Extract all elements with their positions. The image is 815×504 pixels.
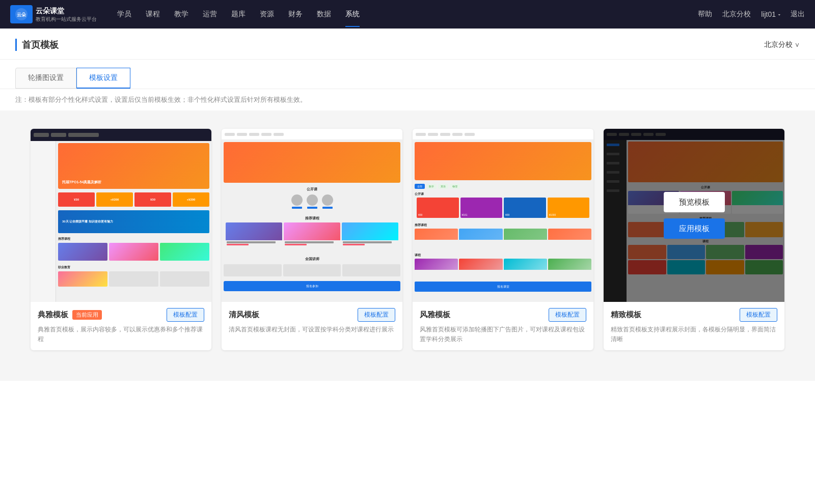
nav-item-resources[interactable]: 资源 (260, 8, 274, 21)
template-name-fengya: 风雅模板 (420, 310, 450, 320)
template-name-group-fengya: 风雅模板 (420, 310, 450, 320)
branch-selector[interactable]: 北京分校 (764, 40, 800, 49)
template-name-group-jingzhi: 精致模板 (611, 310, 641, 320)
template-card-classic: 托福TPO1-54真题及解析 ¥30 +¥200 ¥30 +¥200 30天 让… (31, 129, 211, 350)
user-menu[interactable]: lijt01 (761, 10, 780, 18)
logout-link[interactable]: 退出 (791, 10, 805, 19)
template-desc-fengya: 风雅首页模板可添加轮播图下广告图片，可对课程及课程包设置学科分类展示 (420, 325, 586, 344)
template-name-group-classic: 典雅模板 当前应用 (38, 310, 102, 320)
template-preview-classic[interactable]: 托福TPO1-54真题及解析 ¥30 +¥200 ¥30 +¥200 30天 让… (31, 129, 211, 302)
template-name-jingzhi: 精致模板 (611, 310, 641, 320)
template-footer-fengya: 风雅模板 模板配置 风雅首页模板可添加轮播图下广告图片，可对课程及课程包设置学科… (413, 302, 593, 350)
tabs: 轮播图设置 模板设置 (15, 68, 800, 89)
nav-item-data[interactable]: 数据 (317, 8, 331, 21)
svg-text:云朵: 云朵 (17, 12, 26, 17)
page-header: 首页模板 北京分校 (0, 29, 815, 60)
nav-item-teaching[interactable]: 教学 (174, 8, 188, 21)
brand-logo: 云朵 (10, 5, 33, 23)
tab-template[interactable]: 模板设置 (76, 68, 130, 89)
config-btn-classic[interactable]: 模板配置 (167, 308, 204, 322)
template-footer-classic: 典雅模板 当前应用 模板配置 典雅首页模板，展示内容较多，可以展示优惠券和多个推… (31, 302, 211, 350)
tabs-container: 轮播图设置 模板设置 (0, 60, 815, 89)
template-card-jingzhi: 公开课 推荐课程 (604, 129, 784, 350)
template-screenshot-qingfeng: 公开课 推荐课程 (222, 129, 402, 302)
template-desc-qingfeng: 清风首页模板课程无封面，可设置按学科分类对课程进行展示 (229, 325, 395, 334)
template-preview-fengya[interactable]: 全部 数学 英语 物理 公开课 ¥99 ¥161 ¥99 ¥1000 (413, 129, 593, 302)
tab-carousel[interactable]: 轮播图设置 (15, 68, 76, 89)
brand: 云朵 云朵课堂 教育机构一站式服务云平台 (10, 5, 97, 23)
template-name-row-fengya: 风雅模板 模板配置 (420, 308, 586, 322)
template-name-row-qingfeng: 清风模板 模板配置 (229, 308, 395, 322)
template-footer-qingfeng: 清风模板 模板配置 清风首页模板课程无封面，可设置按学科分类对课程进行展示 (222, 302, 402, 341)
preview-btn-jingzhi[interactable]: 预览模板 (664, 192, 725, 212)
template-name-group-qingfeng: 清风模板 (229, 310, 259, 320)
template-footer-jingzhi: 精致模板 模板配置 精致首页模板支持课程展示封面，各模板分隔明显，界面简洁清晰 (604, 302, 784, 350)
nav-item-students[interactable]: 学员 (117, 8, 131, 21)
page: 首页模板 北京分校 轮播图设置 模板设置 注：模板有部分个性化样式设置，设置后仅… (0, 29, 815, 504)
note: 注：模板有部分个性化样式设置，设置后仅当前模板生效；非个性化样式设置后针对所有模… (0, 89, 815, 110)
template-desc-jingzhi: 精致首页模板支持课程展示封面，各模板分隔明显，界面简洁清晰 (611, 325, 777, 344)
template-preview-qingfeng[interactable]: 公开课 推荐课程 (222, 129, 402, 302)
nav-item-courses[interactable]: 课程 (146, 8, 160, 21)
config-btn-fengya[interactable]: 模板配置 (549, 308, 586, 322)
template-desc-classic: 典雅首页模板，展示内容较多，可以展示优惠券和多个推荐课程 (38, 325, 204, 344)
current-badge-classic: 当前应用 (72, 310, 102, 320)
config-btn-qingfeng[interactable]: 模板配置 (358, 308, 395, 322)
template-screenshot-fengya: 全部 数学 英语 物理 公开课 ¥99 ¥161 ¥99 ¥1000 (413, 129, 593, 302)
help-link[interactable]: 帮助 (698, 10, 712, 19)
nav-item-operations[interactable]: 运营 (203, 8, 217, 21)
templates-wrapper: 托福TPO1-54真题及解析 ¥30 +¥200 ¥30 +¥200 30天 让… (0, 110, 815, 381)
template-name-qingfeng: 清风模板 (229, 310, 259, 320)
apply-btn-jingzhi[interactable]: 应用模板 (664, 218, 725, 239)
page-title: 首页模板 (15, 39, 59, 51)
template-card-qingfeng: 公开课 推荐课程 (222, 129, 402, 350)
nav-right: 帮助 北京分校 lijt01 退出 (698, 10, 805, 19)
template-preview-jingzhi[interactable]: 公开课 推荐课程 (604, 129, 784, 302)
template-overlay-jingzhi: 预览模板 应用模板 (604, 129, 784, 302)
branch-link[interactable]: 北京分校 (722, 10, 751, 19)
nav-item-system[interactable]: 系统 (345, 8, 360, 21)
templates-grid: 托福TPO1-54真题及解析 ¥30 +¥200 ¥30 +¥200 30天 让… (15, 121, 800, 366)
nav-item-questions[interactable]: 题库 (231, 8, 246, 21)
navbar: 云朵 云朵课堂 教育机构一站式服务云平台 学员 课程 教学 运营 题库 资源 财… (0, 0, 815, 29)
template-name-classic: 典雅模板 (38, 310, 68, 320)
nav-item-finance[interactable]: 财务 (288, 8, 303, 21)
template-name-row-classic: 典雅模板 当前应用 模板配置 (38, 308, 204, 322)
brand-text: 云朵课堂 教育机构一站式服务云平台 (36, 6, 97, 22)
template-name-row-jingzhi: 精致模板 模板配置 (611, 308, 777, 322)
template-screenshot-classic: 托福TPO1-54真题及解析 ¥30 +¥200 ¥30 +¥200 30天 让… (31, 129, 211, 302)
nav-menu: 学员 课程 教学 运营 题库 资源 财务 数据 系统 (117, 8, 698, 21)
template-card-fengya: 全部 数学 英语 物理 公开课 ¥99 ¥161 ¥99 ¥1000 (413, 129, 593, 350)
config-btn-jingzhi[interactable]: 模板配置 (740, 308, 777, 322)
